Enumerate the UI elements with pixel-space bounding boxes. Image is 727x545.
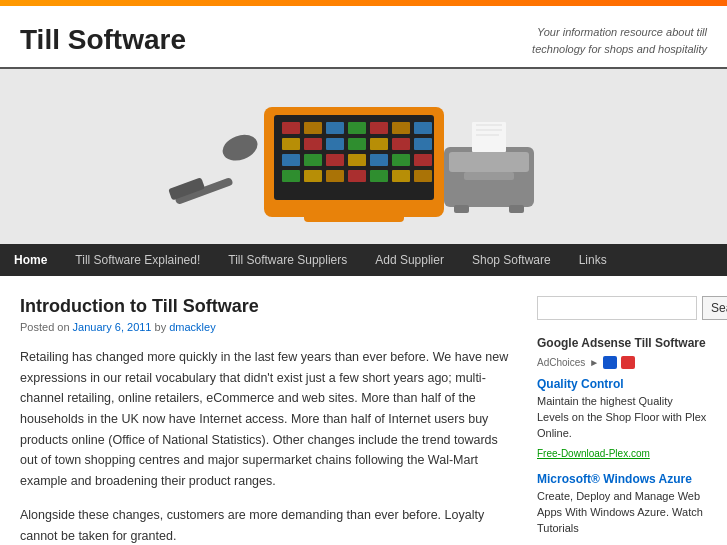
svg-rect-42: [454, 205, 469, 213]
svg-rect-16: [326, 138, 344, 150]
main-content: Introduction to Till Software Posted on …: [0, 276, 727, 545]
svg-rect-36: [449, 152, 529, 172]
ad-2-body: Create, Deploy and Manage Web Apps With …: [537, 489, 707, 537]
hero-image: [0, 69, 727, 244]
svg-rect-31: [348, 170, 366, 182]
svg-rect-37: [464, 172, 514, 180]
navbar: Home Till Software Explained! Till Softw…: [0, 244, 727, 276]
svg-rect-26: [392, 154, 410, 166]
svg-rect-24: [348, 154, 366, 166]
nav-suppliers[interactable]: Till Software Suppliers: [214, 244, 361, 276]
svg-rect-43: [509, 205, 524, 213]
ad-choices-label: AdChoices: [537, 357, 585, 368]
ad-1-body: Maintain the highest Quality Levels on t…: [537, 394, 707, 442]
meta-date-link[interactable]: January 6, 2011: [73, 321, 152, 333]
svg-rect-7: [282, 122, 300, 134]
ad-2-title[interactable]: Microsoft® Windows Azure: [537, 472, 707, 486]
meta-author-link[interactable]: dmackley: [169, 321, 215, 333]
svg-rect-27: [414, 154, 432, 166]
ad-arrow-left-icon: [603, 356, 617, 369]
svg-rect-10: [348, 122, 366, 134]
article-body: Retailing has changed more quickly in th…: [20, 347, 517, 545]
svg-rect-18: [370, 138, 388, 150]
search-button[interactable]: Search: [702, 296, 727, 320]
search-input[interactable]: [537, 296, 697, 320]
ad-arrow-right-icon: [621, 356, 635, 369]
sidebar-ad-2: Microsoft® Windows Azure Create, Deploy …: [537, 472, 707, 537]
svg-point-2: [219, 130, 261, 165]
ad-1-link[interactable]: Free-Download-Plex.com: [537, 448, 650, 459]
nav-shop-software[interactable]: Shop Software: [458, 244, 565, 276]
nav-add-supplier[interactable]: Add Supplier: [361, 244, 458, 276]
nav-explained[interactable]: Till Software Explained!: [61, 244, 214, 276]
svg-rect-22: [304, 154, 322, 166]
article-meta: Posted on January 6, 2011 by dmackley: [20, 321, 517, 333]
svg-rect-34: [414, 170, 432, 182]
svg-rect-33: [392, 170, 410, 182]
sidebar-ad-1: Quality Control Maintain the highest Qua…: [537, 377, 707, 460]
sidebar: Search Google Adsense Till Software AdCh…: [537, 296, 707, 545]
svg-rect-19: [392, 138, 410, 150]
ad-choices-icon: ►: [589, 357, 599, 368]
svg-rect-17: [348, 138, 366, 150]
nav-home[interactable]: Home: [0, 244, 61, 276]
article-content: Introduction to Till Software Posted on …: [20, 296, 517, 545]
svg-rect-12: [392, 122, 410, 134]
search-box: Search: [537, 296, 707, 320]
adsense-section: Google Adsense Till Software AdChoices ►…: [537, 336, 707, 537]
nav-links[interactable]: Links: [565, 244, 621, 276]
svg-rect-29: [304, 170, 322, 182]
svg-rect-28: [282, 170, 300, 182]
svg-rect-23: [326, 154, 344, 166]
svg-rect-38: [472, 122, 506, 152]
svg-rect-30: [326, 170, 344, 182]
ad-choices: AdChoices ►: [537, 356, 707, 369]
svg-rect-15: [304, 138, 322, 150]
svg-rect-32: [370, 170, 388, 182]
site-title[interactable]: Till Software: [20, 24, 186, 56]
article-para-1: Retailing has changed more quickly in th…: [20, 347, 517, 491]
header: Till Software Your information resource …: [0, 6, 727, 69]
article-para-2: Alongside these changes, customers are m…: [20, 505, 517, 545]
svg-rect-11: [370, 122, 388, 134]
svg-rect-14: [282, 138, 300, 150]
ad-1-title[interactable]: Quality Control: [537, 377, 707, 391]
adsense-title: Google Adsense Till Software: [537, 336, 707, 350]
article-title: Introduction to Till Software: [20, 296, 517, 317]
svg-rect-13: [414, 122, 432, 134]
svg-rect-8: [304, 122, 322, 134]
svg-rect-9: [326, 122, 344, 134]
svg-rect-21: [282, 154, 300, 166]
svg-rect-20: [414, 138, 432, 150]
svg-rect-25: [370, 154, 388, 166]
site-tagline: Your information resource about till tec…: [507, 24, 707, 57]
